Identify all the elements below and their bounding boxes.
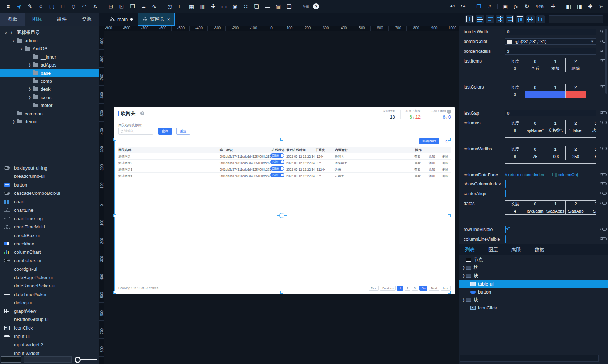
component-item-chartLine[interactable]: chartLine xyxy=(0,206,99,214)
subsystem-count-link[interactable]: 12个 xyxy=(317,153,323,160)
grid-icon[interactable]: # xyxy=(485,2,494,11)
bind-link-icon[interactable] xyxy=(600,111,604,114)
doc-tab-main[interactable]: main xyxy=(105,13,138,26)
status-toggle[interactable]: 已连接 xyxy=(270,160,284,164)
grid-empty-row[interactable] xyxy=(505,98,586,102)
page-button-Last[interactable]: Last xyxy=(441,286,451,291)
arc-icon[interactable]: ◠ xyxy=(80,2,89,11)
action-link[interactable]: 查看 xyxy=(414,173,421,179)
lastGap-input[interactable]: 0 xyxy=(505,110,596,116)
component-item-breadcrumb-ui[interactable]: breadcrumb-ui xyxy=(0,172,99,180)
title-help-icon[interactable]: ? xyxy=(140,111,144,115)
select-cursor-icon[interactable]: ➤ xyxy=(13,0,26,13)
grid-value-cell[interactable]: 添加 xyxy=(545,65,566,72)
component-item-checkbox[interactable]: checkbox xyxy=(0,240,99,248)
query-button[interactable]: 查询 xyxy=(158,128,172,135)
bind-link-icon[interactable] xyxy=(600,202,604,204)
datas-grid[interactable]: 长度01234lays/admS/adAppsS/adAppS/a xyxy=(505,200,596,215)
pen-icon[interactable]: ✎ xyxy=(25,2,35,11)
grid-value-cell[interactable]: S/adApps xyxy=(545,207,566,215)
action-delete[interactable]: 删除 xyxy=(442,160,448,166)
tree-item-__inner[interactable]: __inner xyxy=(0,53,99,61)
chevron-right-icon[interactable]: ❯ xyxy=(461,266,466,270)
layer-item-块[interactable]: ❯块 xyxy=(459,296,608,304)
grid-value-cell[interactable]: -0.6 xyxy=(545,153,566,160)
chevron-right-icon[interactable]: ❯ xyxy=(461,274,466,278)
cloud-link-icon[interactable]: ☁ xyxy=(139,2,148,11)
distribute-horizontal-icon[interactable] xyxy=(465,15,474,23)
tree-item-admin[interactable]: ∨admin xyxy=(0,37,99,44)
undo-icon[interactable]: ↶ xyxy=(448,2,457,11)
redo-icon[interactable]: ↷ xyxy=(459,2,468,11)
component-item-combobox-ui[interactable]: combobox-ui xyxy=(0,256,99,265)
image-group-icon[interactable]: ❑ xyxy=(284,2,294,11)
reset-button[interactable]: 重置 xyxy=(176,128,190,135)
chevron-down-icon[interactable]: ∨ xyxy=(3,31,9,35)
clock-icon[interactable]: ◷ xyxy=(165,2,174,11)
refresh-icon[interactable]: ↻ xyxy=(522,2,532,11)
align-middle-icon[interactable] xyxy=(526,15,535,23)
save-icon[interactable]: ▣ xyxy=(501,2,510,11)
grid-value-cell[interactable]: ayName" xyxy=(525,127,545,134)
tree-item-desk[interactable]: ❯desk xyxy=(0,85,99,93)
action-link[interactable]: 添加 xyxy=(429,173,435,179)
status-toggle[interactable]: 已连接 xyxy=(270,173,284,177)
gateway-panel-widget[interactable]: 软网关 ? 全部数量18在线 / 离线6 / 12云端 / 本地?6 / 0 网… xyxy=(114,107,455,294)
gateway-name-link[interactable]: 测试网关 xyxy=(118,153,131,160)
tree-item-adApps[interactable]: ❯adApps xyxy=(0,61,99,69)
inspector-tab-数据[interactable]: 数据 xyxy=(535,247,544,253)
bind-link-icon[interactable] xyxy=(600,173,604,175)
connector-icon[interactable]: ∿ xyxy=(149,2,159,11)
page-button-1[interactable]: 1 xyxy=(397,286,403,291)
text-icon[interactable]: A xyxy=(90,2,100,11)
chevron-right-icon[interactable]: ❯ xyxy=(27,95,33,99)
bind-link-icon[interactable] xyxy=(600,192,604,194)
grid-empty-row[interactable] xyxy=(505,160,596,164)
screen-icon[interactable]: ⊟ xyxy=(106,2,115,11)
bind-link-icon[interactable] xyxy=(600,40,604,42)
grid-value-cell[interactable] xyxy=(525,91,545,98)
grid-value-cell[interactable]: 8 xyxy=(505,153,525,160)
zoom-level-label[interactable]: 44% xyxy=(536,4,544,9)
panel-right-icon[interactable]: ◨ xyxy=(575,2,584,11)
layer-item-iconClick[interactable]: iconClick xyxy=(459,304,608,312)
component-item-chartTime-ing[interactable]: chartTime-ing xyxy=(0,214,99,223)
borderColor-picker[interactable]: rgb(231,231,231)▼ xyxy=(505,38,596,45)
page-button-Next[interactable]: Next xyxy=(429,286,439,291)
grid-empty-row[interactable] xyxy=(505,134,596,138)
design-canvas[interactable]: -900-800-700-600-500-400-300-200-1000100… xyxy=(99,26,459,364)
component-item-boxlayout-ui-ing[interactable]: boxlayout-ui-ing xyxy=(0,164,99,172)
component-item-checkBox-ui[interactable]: checkBox-ui xyxy=(0,231,99,239)
layer-item-table-ui[interactable]: table-ui xyxy=(459,280,608,288)
distribute-vertical-icon[interactable] xyxy=(476,15,484,23)
tree-item-icons[interactable]: ❯icons xyxy=(0,93,99,101)
action-link[interactable]: 查看 xyxy=(414,160,421,166)
tree-item-图标根目录[interactable]: ∨/图标根目录 xyxy=(0,29,99,37)
layer-item-button[interactable]: button xyxy=(459,288,608,296)
component-item-coordgis-ui[interactable]: coordgis-ui xyxy=(0,265,99,273)
ellipse-icon[interactable]: ○ xyxy=(36,2,46,11)
grid-value-cell[interactable]: 75 xyxy=(525,153,545,160)
gateway-search-input[interactable]: 请输入 xyxy=(118,128,153,135)
window-icon[interactable]: ❏ xyxy=(252,2,261,11)
inspector-tab-列表[interactable]: 列表 xyxy=(465,247,475,253)
action-link[interactable]: 查看 xyxy=(414,166,421,173)
component-item-dateRangePicker-ui[interactable]: dateRangePicker-ui xyxy=(0,282,99,290)
rowLineVisible-checkbox[interactable] xyxy=(505,226,506,233)
action-link[interactable]: 添加 xyxy=(429,153,435,160)
inspector-tab-鹰眼[interactable]: 鹰眼 xyxy=(511,247,521,253)
bind-link-icon[interactable] xyxy=(600,85,604,87)
component-item-input-ui[interactable]: input-ui xyxy=(0,332,99,341)
page-button-3[interactable]: 3 xyxy=(412,286,418,291)
subsystem-count-link[interactable]: 0个 xyxy=(317,160,321,166)
slider-knob[interactable] xyxy=(75,357,81,363)
bind-link-icon[interactable] xyxy=(600,237,604,240)
grid-value-cell[interactable]: 删除 xyxy=(566,65,586,72)
grid-value-cell[interactable]: S/adApp xyxy=(566,207,586,215)
bind-link-icon[interactable] xyxy=(600,30,604,32)
subsystem-count-link[interactable]: 312个 xyxy=(317,166,325,173)
chart-image-icon[interactable]: ▦ xyxy=(187,2,196,11)
action-delete[interactable]: 删除 xyxy=(442,173,448,179)
tree-item-common[interactable]: common xyxy=(0,110,99,117)
grid-empty-row[interactable] xyxy=(505,72,586,76)
